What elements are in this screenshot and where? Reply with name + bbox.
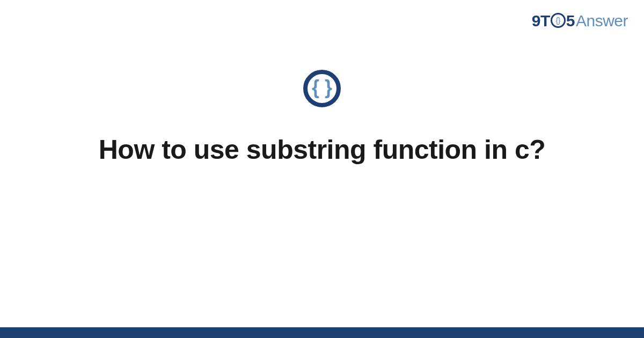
page-title: How to use substring function in c? <box>99 133 545 167</box>
site-logo: 9T {} 5 Answer <box>532 12 628 30</box>
logo-text-answer: Answer <box>576 12 628 30</box>
logo-circle-icon: {} <box>551 13 566 28</box>
logo-circle-glyph: {} <box>556 16 560 25</box>
footer-accent-bar <box>0 327 644 338</box>
braces-glyph: { } <box>312 78 332 97</box>
logo-text-5: 5 <box>566 12 575 30</box>
logo-text-9t: 9T <box>532 12 550 30</box>
code-braces-icon: { } <box>303 70 341 107</box>
content-area: { } How to use substring function in c? <box>0 70 644 167</box>
